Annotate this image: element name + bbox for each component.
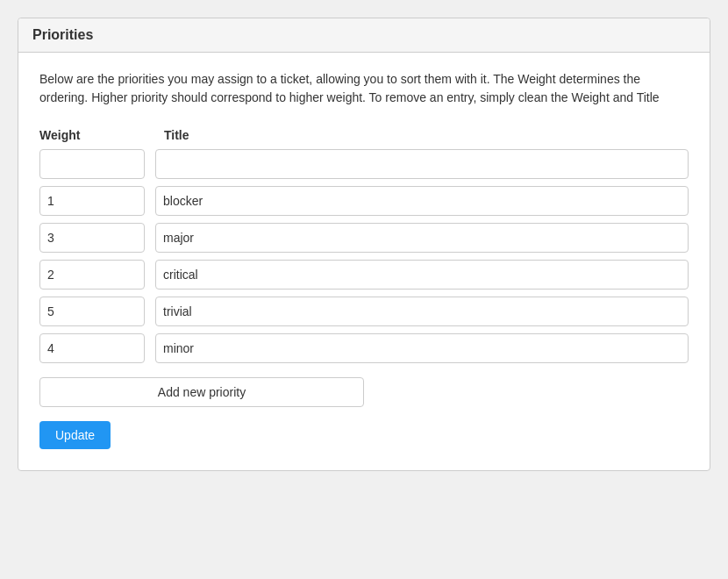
title-input[interactable] [155, 223, 689, 253]
priorities-form: Weight Title [39, 128, 689, 363]
weight-column-header: Weight [39, 128, 153, 142]
title-input[interactable] [155, 333, 689, 363]
weight-input[interactable] [39, 149, 145, 179]
card-header: Priorities [18, 18, 710, 53]
weight-input[interactable] [39, 223, 145, 253]
update-button[interactable]: Update [39, 421, 111, 449]
priorities-card: Priorities Below are the priorities you … [18, 18, 710, 471]
table-row [39, 186, 689, 216]
table-row [39, 149, 689, 179]
description-text: Below are the priorities you may assign … [39, 70, 689, 107]
weight-input[interactable] [39, 333, 145, 363]
title-input[interactable] [155, 149, 689, 179]
title-input[interactable] [155, 297, 689, 326]
add-new-priority-button[interactable]: Add new priority [39, 377, 364, 407]
table-row [39, 260, 689, 290]
title-input[interactable] [155, 260, 689, 290]
title-column-header: Title [164, 128, 689, 142]
card-body: Below are the priorities you may assign … [18, 53, 710, 470]
weight-input[interactable] [39, 186, 145, 216]
table-row [39, 297, 689, 326]
card-title: Priorities [32, 27, 696, 43]
table-row [39, 223, 689, 253]
table-row [39, 333, 689, 363]
weight-input[interactable] [39, 260, 145, 290]
title-input[interactable] [155, 186, 689, 216]
weight-input[interactable] [39, 297, 145, 326]
column-headers: Weight Title [39, 128, 689, 142]
priority-rows-container [39, 149, 689, 363]
